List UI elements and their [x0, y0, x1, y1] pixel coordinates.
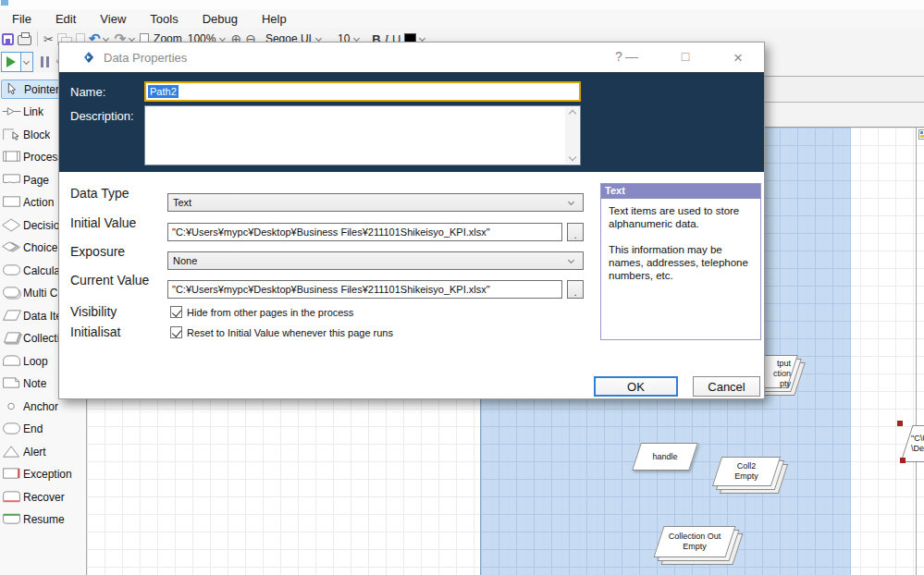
page-tool-icon: [1, 173, 23, 187]
pointer-icon: [2, 82, 24, 96]
current-value-input[interactable]: [167, 280, 562, 299]
print-icon: [18, 35, 31, 45]
close-button[interactable]: ×: [730, 49, 746, 67]
note-icon: [1, 376, 23, 390]
data-type-label: Data Type: [70, 186, 129, 201]
info-panel-title: Text: [601, 184, 760, 199]
play-button[interactable]: [1, 52, 21, 72]
shape-handle[interactable]: handle: [632, 443, 698, 471]
cancel-button[interactable]: Cancel: [693, 376, 760, 397]
description-label: Description:: [70, 109, 134, 123]
dialog-titlebar[interactable]: Data Properties ? — □ ×: [59, 43, 764, 72]
initial-value-input[interactable]: [167, 223, 562, 241]
data-item-dialog-icon: [81, 50, 96, 65]
data-item-icon: [1, 309, 23, 323]
collection-icon: [1, 331, 23, 345]
sidebar-item-alert[interactable]: Alert: [1, 442, 86, 461]
exception-icon: [1, 467, 23, 481]
chevron-down-icon: [568, 256, 574, 263]
recover-icon: [1, 490, 23, 504]
sidebar-item-end[interactable]: End: [1, 419, 86, 438]
sidebar-item-anchor[interactable]: Anchor: [1, 397, 86, 416]
resume-icon: [1, 512, 23, 526]
reset-initial-value-label: Reset to Initial Value whenever this pag…: [187, 327, 393, 338]
save-button[interactable]: [2, 31, 14, 47]
description-scrollbar[interactable]: [565, 107, 579, 164]
save-icon: [2, 33, 14, 45]
initial-value-label: Initial Value: [70, 215, 136, 230]
name-label: Name:: [70, 85, 105, 99]
initialisation-label: Initialisat: [70, 324, 120, 339]
redo-dropdown-icon[interactable]: [129, 34, 135, 41]
shape-selected-data-item[interactable]: "C\U \Desk: [901, 425, 924, 462]
selection-handle[interactable]: [900, 458, 906, 463]
dialog-title: Data Properties: [104, 51, 187, 65]
menu-view[interactable]: View: [88, 10, 138, 28]
menu-tools[interactable]: Tools: [138, 10, 190, 28]
data-properties-dialog: Data Properties ? — □ × Name: Path2 Desc…: [58, 42, 765, 399]
toolbar-separator: [37, 31, 38, 46]
menu-help[interactable]: Help: [250, 10, 299, 28]
sidebar-item-resume[interactable]: Resume: [1, 509, 86, 529]
scroll-down-icon[interactable]: [568, 153, 575, 161]
visibility-checkbox-row: Hide from other pages in the process: [170, 306, 353, 318]
info-paragraph-2: This information may be names, addresses…: [609, 243, 753, 282]
cut-icon: ✂: [43, 32, 54, 46]
shape-coll2[interactable]: Coll2 Empty: [717, 457, 785, 495]
dialog-header-section: Name: Path2 Description:: [59, 72, 764, 172]
play-dropdown[interactable]: [21, 52, 33, 72]
canvas-corner-icon: [918, 129, 924, 140]
data-type-select[interactable]: Text: [167, 193, 584, 212]
decision-icon: [1, 218, 23, 232]
sidebar-item-exception[interactable]: Exception: [1, 464, 86, 483]
font-name-dropdown-icon[interactable]: [315, 34, 322, 41]
undo-dropdown-icon[interactable]: [103, 34, 109, 41]
zoom-dropdown-icon[interactable]: [219, 34, 226, 41]
initial-value-browse-button[interactable]: .: [567, 223, 584, 241]
hide-from-pages-label: Hide from other pages in the process: [187, 307, 353, 318]
exposure-label: Exposure: [70, 244, 125, 259]
maximize-button[interactable]: □: [677, 49, 694, 64]
calculation-icon: [1, 263, 23, 277]
menu-debug[interactable]: Debug: [191, 10, 250, 28]
description-textarea[interactable]: [144, 105, 581, 165]
block-icon: [1, 128, 23, 141]
name-value-selected-text: Path2: [148, 85, 179, 98]
font-size-dropdown-icon[interactable]: [353, 34, 360, 41]
font-color-dropdown-icon[interactable]: [419, 34, 425, 41]
link-icon: [1, 104, 23, 118]
cut-button[interactable]: ✂: [43, 31, 54, 47]
initialisation-checkbox-row: Reset to Initial Value whenever this pag…: [170, 326, 393, 338]
window-titlebar: [0, 0, 924, 9]
reset-initial-value-checkbox[interactable]: [170, 326, 182, 338]
print-button[interactable]: [18, 31, 31, 47]
data-type-info-panel: Text Text items are used to store alphan…: [600, 183, 761, 340]
minimize-button[interactable]: —: [623, 49, 640, 64]
multi-calc-icon: [1, 286, 23, 300]
play-icon: [6, 56, 16, 67]
exposure-select[interactable]: None: [167, 251, 584, 270]
current-value-browse-button[interactable]: .: [567, 280, 584, 299]
play-dropdown-icon: [22, 57, 29, 64]
selection-handle[interactable]: [897, 421, 903, 426]
menubar: File Edit View Tools Debug Help: [0, 9, 924, 28]
pause-button[interactable]: [41, 56, 49, 67]
choice-icon: [1, 240, 23, 254]
process-icon: [1, 150, 23, 164]
sidebar-item-recover[interactable]: Recover: [1, 487, 86, 507]
chevron-down-icon: [568, 198, 574, 204]
info-paragraph-1: Text items are used to store alphanumeri…: [609, 204, 753, 230]
menu-file[interactable]: File: [0, 10, 43, 28]
alert-icon: [1, 445, 23, 459]
menu-edit[interactable]: Edit: [43, 10, 88, 28]
canvas-border-line: [916, 128, 917, 575]
action-icon: [1, 195, 23, 209]
scroll-up-icon[interactable]: [568, 110, 575, 117]
current-value-label: Current Value: [70, 273, 149, 288]
visibility-label: Visibility: [70, 304, 117, 319]
end-icon: [1, 422, 23, 435]
name-input[interactable]: Path2: [144, 81, 581, 102]
hide-from-pages-checkbox[interactable]: [170, 306, 182, 318]
shape-collection-out[interactable]: Collection Out Empty: [659, 526, 740, 567]
ok-button[interactable]: OK: [594, 376, 678, 397]
